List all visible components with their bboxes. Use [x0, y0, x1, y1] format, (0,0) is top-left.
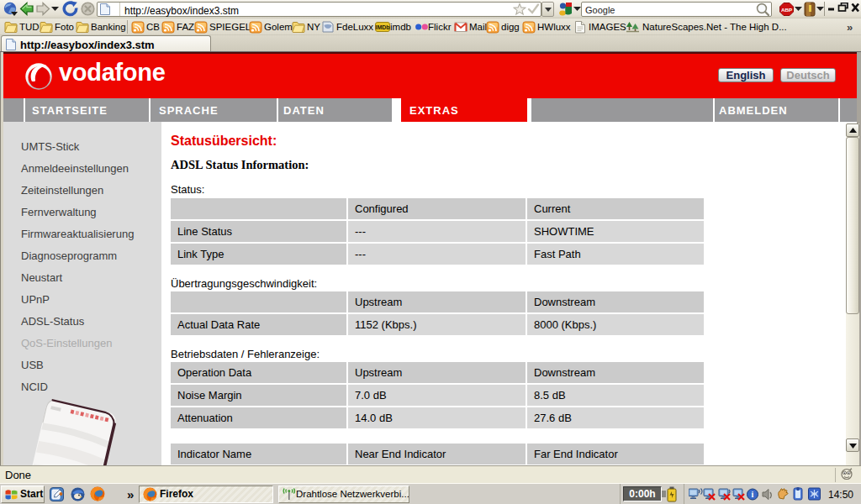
svg-text:i: i [752, 490, 754, 499]
svg-text:IMDb: IMDb [375, 24, 389, 30]
svg-text:ABP: ABP [781, 7, 792, 13]
